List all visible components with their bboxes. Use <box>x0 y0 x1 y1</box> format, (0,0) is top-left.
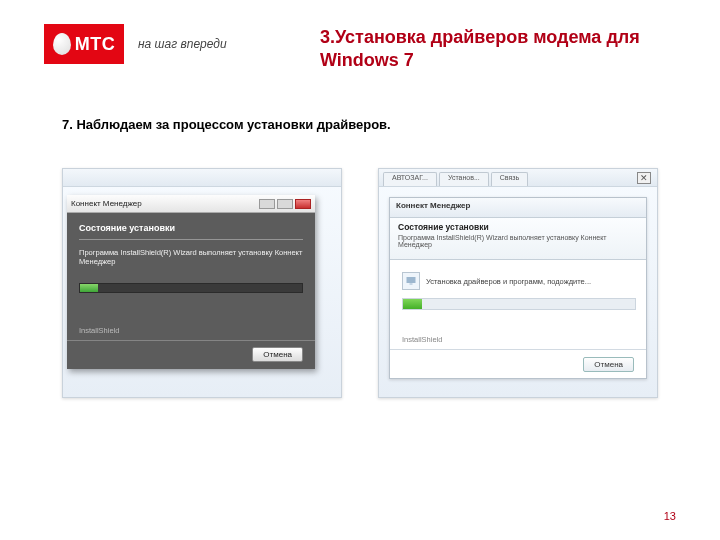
installer-icon <box>402 272 420 290</box>
maximize-button[interactable] <box>277 199 293 209</box>
mts-egg-icon <box>53 33 71 55</box>
tagline: на шаг впереди <box>138 37 227 51</box>
status-text: Установка драйверов и программ, подождит… <box>426 277 591 286</box>
screenshot-row: Коннект Менеджер Состояние установки Про… <box>62 168 658 398</box>
dialog-titlebar: Коннект Менеджер <box>390 198 646 218</box>
tab-connection[interactable]: Связь <box>491 172 528 186</box>
svg-rect-0 <box>407 277 416 283</box>
browser-tabstrip <box>63 169 341 187</box>
installer-brand: InstallShield <box>79 326 119 335</box>
browser-tabstrip: АВТОЗАГ... Установ... Связь <box>379 169 657 187</box>
screenshot-2: АВТОЗАГ... Установ... Связь ✕ Коннект Ме… <box>378 168 658 398</box>
page-number: 13 <box>664 510 676 522</box>
minimize-button[interactable] <box>259 199 275 209</box>
close-icon[interactable]: ✕ <box>637 172 651 184</box>
dialog-heading: Состояние установки <box>398 222 638 232</box>
dialog-title: Коннект Менеджер <box>71 199 142 208</box>
dialog-header: Состояние установки Программа InstallShi… <box>390 218 646 260</box>
progress-bar <box>79 283 303 293</box>
screenshot-1: Коннект Менеджер Состояние установки Про… <box>62 168 342 398</box>
svg-rect-1 <box>410 284 413 285</box>
window-controls <box>259 199 311 209</box>
step-subtitle: 7. Наблюдаем за процессом установки драй… <box>62 117 391 132</box>
dialog-body-text: Программа InstallShield(R) Wizard выполн… <box>79 248 303 266</box>
dialog-heading: Состояние установки <box>79 223 303 233</box>
status-row: Установка драйверов и программ, подождит… <box>402 272 634 290</box>
tab-install[interactable]: Установ... <box>439 172 489 186</box>
dialog-titlebar: Коннект Менеджер <box>67 195 315 213</box>
dialog-title: Коннект Менеджер <box>396 201 470 210</box>
mts-logo: МТС <box>44 24 124 64</box>
close-button[interactable] <box>295 199 311 209</box>
progress-bar <box>402 298 636 310</box>
dialog-subtext: Программа InstallShield(R) Wizard выполн… <box>398 234 638 248</box>
mts-logo-text: МТС <box>75 34 116 55</box>
cancel-button[interactable]: Отмена <box>252 347 303 362</box>
installer-dialog-light: Коннект Менеджер Состояние установки Про… <box>389 197 647 379</box>
installer-dialog-dark: Коннект Менеджер Состояние установки Про… <box>67 195 315 369</box>
page-title: 3.Установка драйверов модема для Windows… <box>320 26 660 71</box>
cancel-button[interactable]: Отмена <box>583 357 634 372</box>
installer-brand: InstallShield <box>402 335 442 344</box>
tab-autorun[interactable]: АВТОЗАГ... <box>383 172 437 186</box>
